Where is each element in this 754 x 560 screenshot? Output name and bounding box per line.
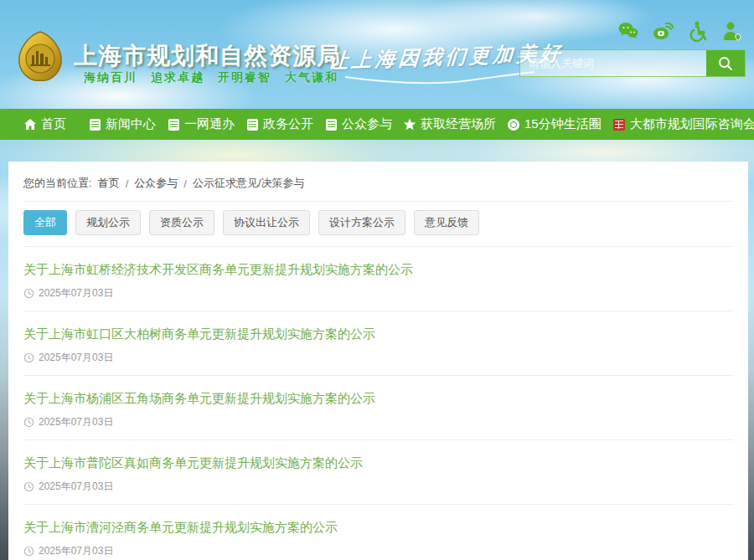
announcement-row: 关于上海市虹口区大柏树商务单元更新提升规划实施方案的公示 2025年07月03日 (23, 311, 733, 376)
filter-tabs: 全部 规划公示 资质公示 协议出让公示 设计方案公示 意见反馈 (23, 210, 733, 247)
site-header: 上海市规划和自然资源局 海纳百川 追求卓越 开明睿智 大气谦和 让上海因我们更加… (0, 0, 754, 109)
breadcrumb-separator: / (126, 177, 129, 190)
nav-item-mpic[interactable]: 大都市规划国际咨询会(MPIC) (612, 116, 754, 132)
tab-feedback[interactable]: 意见反馈 (414, 210, 479, 235)
user-icon[interactable] (720, 20, 742, 42)
main-nav: 首页 新闻中心 一网通办 政务公开 公众参与 获取经营场所 15分钟生活圈 大都… (0, 109, 754, 140)
life-circle-icon (507, 118, 520, 131)
clock-icon (23, 288, 34, 299)
nav-item-life-circle[interactable]: 15分钟生活圈 (507, 116, 602, 132)
weibo-icon[interactable] (652, 20, 674, 42)
nav-item-online-service[interactable]: 一网通办 (167, 116, 235, 132)
nav-label: 一网通办 (184, 116, 235, 132)
site-title: 上海市规划和自然资源局 (74, 40, 341, 72)
accessibility-icon[interactable] (686, 20, 708, 42)
nav-item-news[interactable]: 新闻中心 (88, 116, 156, 132)
breadcrumb-label: 您的当前位置: (23, 176, 92, 191)
announcement-title-link[interactable]: 关于上海市杨浦区五角场商务单元更新提升规划实施方案的公示 (23, 390, 375, 407)
breadcrumb-separator: / (183, 177, 187, 190)
announcement-row: 关于上海市虹桥经济技术开发区商务单元更新提升规划实施方案的公示 2025年07月… (23, 247, 733, 311)
online-service-icon (167, 118, 180, 131)
announcement-row: 关于上海市漕河泾商务单元更新提升规划实施方案的公示 2025年07月03日 (23, 505, 733, 560)
search-button[interactable] (706, 50, 745, 76)
announcement-title-link[interactable]: 关于上海市漕河泾商务单元更新提升规划实施方案的公示 (23, 519, 338, 536)
date-text: 2025年07月03日 (39, 352, 113, 363)
breadcrumb-link-participation[interactable]: 公众参与 (134, 176, 178, 191)
topbar-icons (617, 20, 742, 42)
tab-design-scheme-notice[interactable]: 设计方案公示 (318, 210, 405, 235)
clock-icon (23, 481, 34, 492)
participation-icon (324, 118, 338, 131)
date-text: 2025年07月03日 (39, 481, 113, 492)
nav-label: 获取经营场所 (421, 116, 496, 132)
announcement-date: 2025年07月03日 (23, 352, 733, 363)
clock-icon (23, 546, 34, 557)
content-panel: 您的当前位置: 首页 / 公众参与 / 公示征求意见/决策参与 全部 规划公示 … (8, 162, 748, 560)
tab-qualification-notice[interactable]: 资质公示 (149, 210, 214, 235)
nav-label: 大都市规划国际咨询会(MPIC) (630, 116, 754, 132)
nav-item-participation[interactable]: 公众参与 (324, 116, 392, 132)
search-input[interactable] (520, 50, 706, 76)
nav-item-disclosure[interactable]: 政务公开 (245, 116, 313, 132)
clock-icon (23, 417, 34, 428)
star-icon (403, 118, 416, 131)
nav-item-home[interactable]: 首页 (23, 116, 66, 132)
nav-label: 15分钟生活圈 (524, 116, 602, 132)
disclosure-icon (245, 118, 259, 131)
announcement-date: 2025年07月03日 (23, 546, 733, 557)
announcement-title-link[interactable]: 关于上海市虹桥经济技术开发区商务单元更新提升规划实施方案的公示 (23, 261, 413, 278)
nav-label: 新闻中心 (106, 116, 156, 132)
breadcrumb-link-home[interactable]: 首页 (98, 176, 120, 191)
news-icon (88, 118, 101, 131)
bureau-logo[interactable] (13, 28, 67, 84)
tab-agreement-transfer-notice[interactable]: 协议出让公示 (223, 210, 310, 235)
values-slogan: 海纳百川 追求卓越 开明睿智 大气谦和 (84, 70, 338, 85)
announcement-date: 2025年07月03日 (23, 417, 733, 428)
date-text: 2025年07月03日 (39, 546, 113, 557)
tab-all[interactable]: 全部 (23, 210, 67, 235)
slogan-underline-stroke (343, 70, 536, 87)
clock-icon (23, 352, 34, 363)
announcement-title-link[interactable]: 关于上海市虹口区大柏树商务单元更新提升规划实施方案的公示 (23, 326, 375, 342)
breadcrumb: 您的当前位置: 首页 / 公众参与 / 公示征求意见/决策参与 (23, 162, 733, 202)
search-box (519, 49, 746, 77)
home-icon (23, 118, 37, 131)
announcement-date: 2025年07月03日 (23, 288, 733, 299)
mpic-seal-icon (612, 118, 626, 131)
announcement-row: 关于上海市普陀区真如商务单元更新提升规划实施方案的公示 2025年07月03日 (23, 440, 733, 505)
tab-planning-notice[interactable]: 规划公示 (75, 210, 141, 235)
announcement-date: 2025年07月03日 (23, 481, 733, 492)
nav-label: 公众参与 (342, 116, 392, 132)
breadcrumb-current: 公示征求意见/决策参与 (193, 176, 305, 191)
date-text: 2025年07月03日 (39, 417, 113, 428)
nav-label: 政务公开 (263, 116, 313, 132)
announcement-title-link[interactable]: 关于上海市普陀区真如商务单元更新提升规划实施方案的公示 (23, 455, 363, 471)
wechat-icon[interactable] (617, 20, 639, 42)
announcement-list: 关于上海市虹桥经济技术开发区商务单元更新提升规划实施方案的公示 2025年07月… (23, 247, 733, 560)
announcement-row: 关于上海市杨浦区五角场商务单元更新提升规划实施方案的公示 2025年07月03日 (23, 376, 733, 440)
magnifier-icon (717, 55, 734, 72)
nav-label: 首页 (41, 116, 66, 132)
date-text: 2025年07月03日 (39, 288, 113, 299)
nav-item-business-premises[interactable]: 获取经营场所 (403, 116, 496, 132)
